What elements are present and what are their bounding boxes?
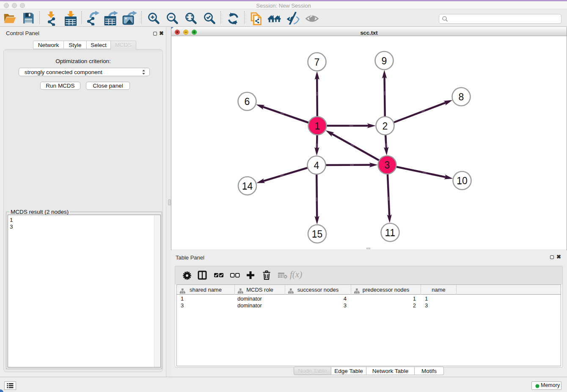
svg-text:6: 6 (245, 96, 250, 107)
svg-text:4: 4 (314, 160, 319, 171)
svg-text:9: 9 (382, 55, 387, 66)
svg-text:7: 7 (314, 57, 320, 68)
svg-text:8: 8 (459, 91, 464, 102)
svg-text:15: 15 (312, 229, 323, 240)
svg-text:14: 14 (242, 181, 253, 192)
svg-text:1: 1 (315, 121, 320, 132)
svg-text:3: 3 (385, 160, 390, 171)
svg-text:2: 2 (383, 121, 388, 132)
svg-text:10: 10 (457, 175, 468, 186)
svg-text:11: 11 (385, 227, 395, 238)
